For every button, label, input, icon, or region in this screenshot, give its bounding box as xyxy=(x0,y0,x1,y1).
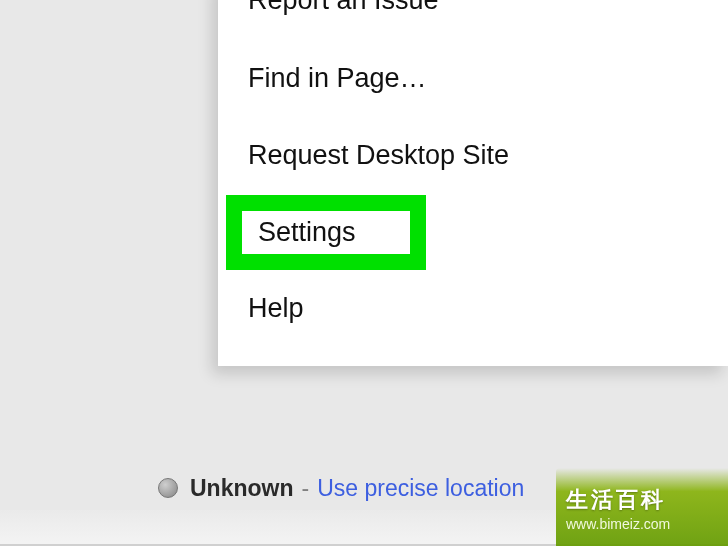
watermark-title: 生活百科 xyxy=(566,485,718,515)
highlighted-menu-item: Settings xyxy=(226,195,426,270)
menu-item-label: Help xyxy=(248,293,304,323)
menu-item-help[interactable]: Help xyxy=(218,270,728,348)
watermark-badge: 生活百科 www.bimeiz.com xyxy=(556,468,728,546)
use-precise-location-link[interactable]: Use precise location xyxy=(317,475,524,502)
location-separator: - xyxy=(302,475,310,502)
menu-item-label: Report an Issue xyxy=(248,0,439,15)
overflow-menu-panel: Report an Issue Find in Page… Request De… xyxy=(218,0,728,366)
location-dot-icon xyxy=(158,478,178,498)
menu-item-settings[interactable]: Settings xyxy=(226,195,426,270)
menu-item-label: Settings xyxy=(258,217,356,247)
menu-item-label: Request Desktop Site xyxy=(248,140,509,170)
location-status-text: Unknown xyxy=(190,475,294,502)
watermark-url: www.bimeiz.com xyxy=(566,516,718,532)
menu-item-find-in-page[interactable]: Find in Page… xyxy=(218,40,728,118)
menu-item-label: Find in Page… xyxy=(248,63,427,93)
menu-item-report-issue[interactable]: Report an Issue xyxy=(218,0,728,40)
menu-item-request-desktop[interactable]: Request Desktop Site xyxy=(218,117,728,195)
